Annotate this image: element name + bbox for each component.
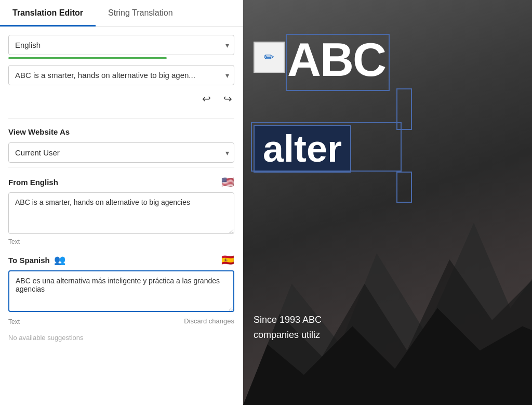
divider-2	[8, 167, 234, 167]
undo-redo-toolbar: ↩ ↪	[8, 89, 234, 114]
from-textarea[interactable]	[8, 192, 234, 234]
user-select[interactable]: Current User	[8, 142, 234, 163]
small-box-right	[396, 88, 412, 130]
from-type-label: Text	[8, 238, 234, 245]
to-label: To Spanish	[8, 256, 50, 265]
pencil-icon: ✏	[264, 50, 274, 64]
bottom-line-2: companies utiliz	[254, 328, 532, 343]
from-header: From English 🇺🇸	[8, 176, 234, 188]
discard-row: Text Discard changes	[8, 316, 234, 325]
panel-content: English ▾ ABC is a smarter, hands on alt…	[0, 27, 243, 405]
view-website-as-label: View Website As	[8, 127, 234, 136]
alter-large-text: alter	[254, 125, 351, 173]
to-textarea[interactable]	[8, 270, 234, 312]
language-select[interactable]: English	[8, 35, 234, 55]
edit-icon-box[interactable]: ✏	[254, 42, 285, 73]
language-progress-bar	[8, 57, 167, 59]
from-label: From English	[8, 178, 58, 187]
bottom-text-area: Since 1993 ABC companies utiliz	[254, 312, 532, 343]
redo-button[interactable]: ↪	[221, 92, 234, 106]
from-flag-icon: 🇺🇸	[221, 176, 234, 188]
abc-large-text: ABC	[287, 36, 385, 83]
tab-translation-editor[interactable]: Translation Editor	[0, 0, 96, 26]
left-panel: Translation Editor String Translation En…	[0, 0, 243, 405]
right-panel: ✏ ABC alter Since 1993 ABC companies uti…	[243, 0, 532, 405]
user-select-wrapper: Current User ▾	[8, 142, 234, 163]
users-icon: 👥	[54, 254, 65, 266]
language-select-wrapper: English ▾	[8, 35, 234, 55]
divider-1	[8, 119, 234, 119]
to-type-label: Text	[8, 318, 20, 325]
to-header: To Spanish 👥 🇪🇸	[8, 254, 234, 266]
mountain-svg	[243, 162, 532, 405]
preview-background: ✏ ABC alter Since 1993 ABC companies uti…	[243, 0, 532, 405]
string-select-wrapper: ABC is a smarter, hands on alternative t…	[8, 65, 234, 85]
to-section: To Spanish 👥 🇪🇸 Text Discard changes	[8, 254, 234, 325]
discard-changes-link[interactable]: Discard changes	[184, 317, 234, 325]
from-section: From English 🇺🇸 Text	[8, 176, 234, 245]
undo-button[interactable]: ↩	[200, 92, 213, 106]
tab-string-translation[interactable]: String Translation	[96, 0, 185, 26]
tabs-container: Translation Editor String Translation	[0, 0, 243, 27]
no-suggestions-label: No available suggestions	[8, 334, 234, 350]
to-flag-icon: 🇪🇸	[221, 254, 234, 266]
bottom-line-1: Since 1993 ABC	[254, 312, 532, 328]
string-select[interactable]: ABC is a smarter, hands on alternative t…	[8, 65, 234, 85]
